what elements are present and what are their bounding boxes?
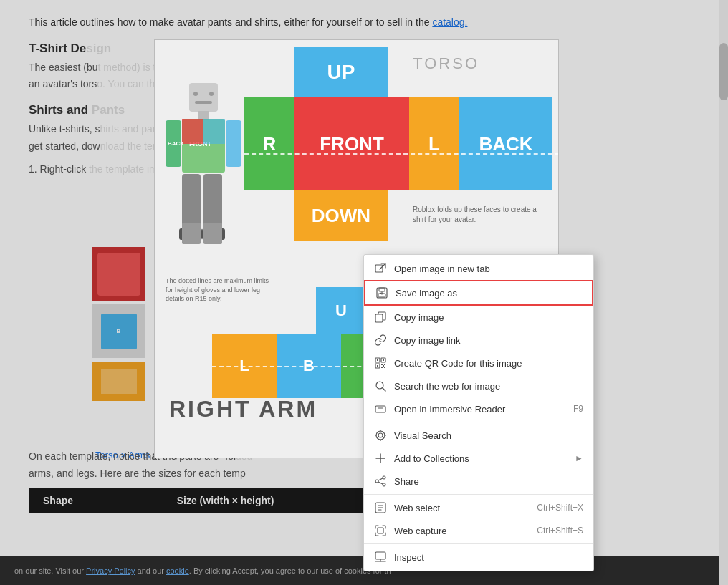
inspect-icon: [374, 551, 387, 564]
svg-rect-13: [182, 119, 203, 144]
copy-image-label: Copy image: [394, 312, 583, 323]
svg-point-10: [209, 92, 214, 96]
open-new-tab-icon: [374, 262, 387, 275]
share-icon: [374, 475, 387, 488]
web-select-shortcut: Ctrl+Shift+X: [537, 503, 583, 513]
search-web-icon: [374, 379, 387, 392]
menu-separator-1: [364, 422, 593, 422]
web-capture-icon: [374, 524, 387, 537]
web-select-icon: [374, 501, 387, 514]
svg-rect-25: [375, 314, 383, 322]
svg-point-42: [376, 431, 385, 440]
immersive-shortcut: F9: [573, 404, 583, 414]
menu-item-create-qr[interactable]: Create QR Code for this image: [364, 352, 593, 374]
add-collections-label: Add to Collections: [394, 453, 575, 464]
svg-rect-32: [381, 364, 383, 365]
svg-rect-1: [198, 111, 209, 120]
intro-paragraph: This article outlines how to make avatar…: [29, 14, 699, 32]
cookie-link[interactable]: cookie: [166, 566, 189, 575]
open-immersive-icon: [374, 402, 387, 415]
svg-rect-54: [378, 528, 383, 533]
svg-point-48: [383, 476, 385, 479]
visual-search-icon: [374, 429, 387, 442]
svg-rect-34: [381, 367, 383, 368]
save-image-as-label: Save image as: [396, 288, 582, 299]
svg-rect-27: [377, 359, 378, 361]
create-qr-icon: [374, 357, 387, 369]
privacy-link[interactable]: Privacy Policy: [86, 566, 135, 575]
visual-search-label: Visual Search: [394, 430, 583, 441]
menu-item-inspect[interactable]: Inspect: [364, 546, 593, 569]
table-col1: Shape: [43, 495, 177, 506]
svg-rect-18: [203, 223, 222, 244]
block-r: R: [244, 97, 294, 190]
menu-separator-3: [364, 543, 593, 544]
block-front: FRONT: [294, 97, 409, 190]
svg-rect-4: [226, 120, 241, 167]
inspect-label: Inspect: [394, 552, 583, 563]
copy-image-link-label: Copy image link: [394, 335, 583, 346]
svg-rect-39: [375, 406, 385, 412]
thumb-2: B: [92, 304, 145, 358]
svg-rect-55: [375, 552, 385, 559]
svg-line-52: [378, 482, 383, 484]
svg-rect-36: [383, 365, 384, 367]
torso-label: TORSO: [413, 54, 479, 73]
thumb-3: [92, 362, 145, 401]
svg-rect-14: [203, 119, 225, 144]
svg-rect-22: [379, 288, 385, 291]
menu-item-open-new-tab[interactable]: Open image in new tab: [364, 257, 593, 280]
share-label: Share: [394, 476, 583, 487]
svg-point-43: [378, 433, 383, 437]
svg-line-38: [383, 388, 385, 391]
block-arm-u: U: [316, 287, 366, 334]
save-image-as-icon: [375, 286, 388, 299]
web-capture-shortcut: Ctrl+Shift+S: [537, 526, 583, 536]
open-immersive-label: Open in Immersive Reader: [394, 404, 559, 415]
svg-line-51: [378, 478, 383, 480]
block-arm-b: B: [277, 334, 341, 398]
copy-image-link-icon: [374, 334, 387, 347]
menu-item-save-image-as[interactable]: Save image as: [364, 280, 593, 306]
block-up: UP: [294, 47, 388, 97]
catalog-link[interactable]: catalog.: [432, 16, 467, 28]
svg-rect-31: [377, 365, 378, 367]
menu-item-web-select[interactable]: Web select Ctrl+Shift+X: [364, 496, 593, 519]
svg-rect-11: [195, 101, 212, 104]
context-menu: Open image in new tab Save image as Copy…: [363, 254, 594, 571]
scrollbar-track: [719, 0, 728, 585]
menu-item-share[interactable]: Share: [364, 470, 593, 493]
svg-point-37: [376, 382, 383, 389]
open-new-tab-label: Open image in new tab: [394, 264, 583, 274]
svg-point-49: [375, 480, 378, 483]
menu-item-copy-image[interactable]: Copy image: [364, 306, 593, 329]
menu-item-web-capture[interactable]: Web capture Ctrl+Shift+S: [364, 519, 593, 542]
right-arm-label: RIGHT ARM: [169, 396, 317, 422]
web-select-label: Web select: [394, 503, 537, 513]
svg-rect-0: [189, 83, 218, 112]
collections-arrow: ►: [575, 453, 583, 463]
avatar-image: FRONT BACK: [162, 79, 244, 287]
svg-rect-29: [383, 359, 384, 361]
web-capture-label: Web capture: [394, 526, 537, 536]
menu-item-copy-image-link[interactable]: Copy image link: [364, 329, 593, 352]
svg-rect-33: [384, 364, 385, 365]
add-collections-icon: [374, 452, 387, 465]
block-arm-l: L: [212, 334, 277, 398]
menu-item-search-web[interactable]: Search the web for image: [364, 374, 593, 397]
copy-image-icon: [374, 311, 387, 324]
menu-item-open-immersive[interactable]: Open in Immersive Reader F9: [364, 397, 593, 420]
search-web-label: Search the web for image: [394, 381, 583, 392]
menu-item-add-collections[interactable]: Add to Collections ►: [364, 447, 593, 470]
svg-text:BACK: BACK: [168, 140, 184, 147]
svg-point-50: [383, 483, 385, 486]
block-back: BACK: [459, 97, 552, 190]
create-qr-label: Create QR Code for this image: [394, 358, 583, 369]
folds-text: Roblox folds up these faces to create a …: [413, 205, 549, 225]
menu-item-visual-search[interactable]: Visual Search: [364, 424, 593, 447]
svg-rect-17: [182, 223, 201, 244]
scrollbar-thumb[interactable]: [719, 43, 728, 100]
thumb-1: [92, 247, 145, 301]
svg-rect-19: [375, 265, 383, 272]
svg-point-9: [193, 92, 198, 96]
